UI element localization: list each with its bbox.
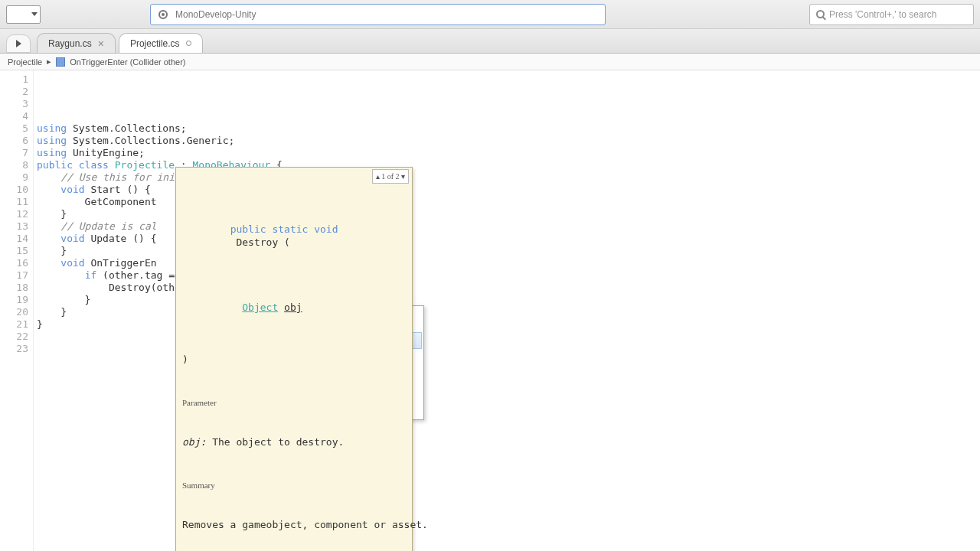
- nav-history-button[interactable]: [6, 34, 31, 53]
- target-icon: [158, 10, 168, 19]
- line-number: 17: [0, 269, 28, 282]
- line-number: 23: [0, 343, 28, 355]
- line-number: 3: [0, 98, 28, 110]
- line-number: 15: [0, 245, 28, 257]
- line-number: 9: [0, 171, 28, 184]
- signature-line: public static void Destroy (: [182, 210, 406, 262]
- chevron-right-icon: ▸: [47, 57, 51, 67]
- summary-header: Summary: [182, 479, 406, 492]
- line-number: 6: [0, 135, 28, 147]
- breadcrumb-method[interactable]: OnTriggerEnter (Collider other): [70, 57, 185, 67]
- tab-label: Raygun.cs: [48, 38, 92, 49]
- line-number: 4: [0, 110, 28, 122]
- line-number: 16: [0, 257, 28, 269]
- app-title-bar[interactable]: MonoDevelop-Unity: [150, 4, 606, 25]
- code-line[interactable]: using System.Collections.Generic;: [37, 135, 980, 147]
- line-number: 11: [0, 196, 28, 208]
- line-number: 5: [0, 122, 28, 135]
- dirty-indicator-icon[interactable]: [186, 41, 191, 46]
- line-number: 8: [0, 159, 28, 171]
- code-editor[interactable]: 1234567891011121314151617181920212223 us…: [0, 70, 980, 551]
- main-toolbar: MonoDevelop-Unity Press 'Control+,' to s…: [0, 0, 980, 29]
- signature-param: Object obj: [182, 288, 406, 327]
- tab-projectile[interactable]: Projectile.cs: [119, 33, 203, 53]
- line-number: 20: [0, 306, 28, 318]
- line-number: 21: [0, 318, 28, 331]
- code-area[interactable]: using System.Collections;using System.Co…: [34, 70, 980, 551]
- line-number: 22: [0, 331, 28, 343]
- line-number: 13: [0, 220, 28, 233]
- tab-raygun[interactable]: Raygun.cs ×: [37, 33, 116, 53]
- line-number: 7: [0, 147, 28, 159]
- tab-bar: Raygun.cs × Projectile.cs: [0, 29, 980, 54]
- param-desc: obj: The object to destroy.: [182, 435, 406, 448]
- breadcrumb: Projectile ▸ OnTriggerEnter (Collider ot…: [0, 54, 980, 70]
- search-icon: [816, 10, 825, 18]
- line-number: 10: [0, 184, 28, 196]
- line-number: 14: [0, 233, 28, 245]
- summary-text: Removes a gameobject, component or asset…: [182, 518, 406, 531]
- param-header: Parameter: [182, 396, 406, 409]
- line-number: 1: [0, 73, 28, 86]
- signature-close: ): [182, 353, 406, 366]
- line-gutter: 1234567891011121314151617181920212223: [0, 70, 34, 551]
- search-placeholder: Press 'Control+,' to search: [829, 9, 936, 20]
- code-line[interactable]: using System.Collections;: [37, 122, 980, 135]
- code-line[interactable]: using UnityEngine;: [37, 147, 980, 159]
- play-icon: [16, 40, 21, 47]
- tab-label: Projectile.cs: [130, 38, 180, 49]
- config-dropdown[interactable]: [6, 5, 41, 24]
- global-search[interactable]: Press 'Control+,' to search: [809, 4, 974, 25]
- line-number: 18: [0, 282, 28, 294]
- breadcrumb-class[interactable]: Projectile: [8, 57, 42, 67]
- line-number: 12: [0, 208, 28, 220]
- method-icon: [56, 57, 65, 67]
- app-title: MonoDevelop-Unity: [175, 9, 256, 20]
- close-icon[interactable]: ×: [98, 37, 104, 50]
- overload-counter[interactable]: ▴ 1 of 2 ▾: [372, 169, 409, 184]
- line-number: 2: [0, 86, 28, 98]
- chevron-down-icon: [31, 12, 38, 16]
- line-number: 19: [0, 294, 28, 306]
- signature-help-tooltip: ▴ 1 of 2 ▾ public static void Destroy ( …: [175, 167, 413, 551]
